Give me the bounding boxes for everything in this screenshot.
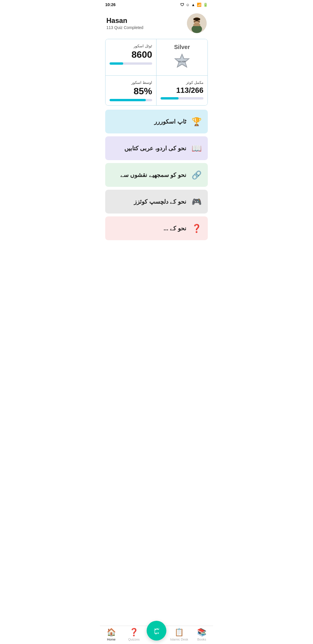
signal-icon: 📶 xyxy=(197,3,201,7)
menu-books-label: نحو کی اردو، عربی کتابیں xyxy=(124,145,186,152)
avg-score-progress-fill xyxy=(110,99,146,101)
avatar xyxy=(187,13,207,33)
avg-score-cell: اوسط اسکور 85% xyxy=(105,76,156,105)
user-name: Hasan xyxy=(106,17,143,25)
badge-label: Silver xyxy=(174,44,190,50)
menu-books[interactable]: نحو کی اردو، عربی کتابیں 📖 xyxy=(105,136,208,160)
quiz-count-progress-bg xyxy=(161,97,203,100)
svg-text:SILVER: SILVER xyxy=(179,61,186,63)
quiz-count-value: 113/266 xyxy=(176,86,203,95)
svg-point-2 xyxy=(192,25,202,33)
menu-diagrams-label: نحو کو سمجھیے نقشوں سے xyxy=(120,171,186,178)
total-score-label: ٹوٹل اسکور xyxy=(134,44,152,48)
menu-quizzes-label: نحو کے دلچسپ کوئزز xyxy=(134,198,186,205)
quiz-completed-subtitle: 113 Quiz Completed xyxy=(106,25,143,30)
total-score-progress-bg xyxy=(110,62,152,65)
question-icon: ❓ xyxy=(190,222,203,234)
status-bar: 10:26 🛡 ☺ ▲ 📶 🔋 xyxy=(100,0,213,9)
status-icons: 🛡 ☺ ▲ 📶 🔋 xyxy=(180,3,208,7)
quiz-count-progress-fill xyxy=(161,97,179,100)
quiz-count-cell: مکمل کوئز 113/266 xyxy=(156,76,208,105)
total-score-cell: ٹوٹل اسکور 8600 xyxy=(105,39,156,76)
network-icon: 🔗 xyxy=(190,169,203,181)
menu-more[interactable]: نحو کے ... ❓ xyxy=(105,216,208,240)
game-icon: 🎮 xyxy=(190,196,203,208)
menu-items-container: ٹاپ اسکوررر 🏆 نحو کی اردو، عربی کتابیں 📖… xyxy=(100,110,213,240)
avg-score-label: اوسط اسکور xyxy=(131,80,152,85)
total-score-value: 8600 xyxy=(132,49,152,60)
battery-icon: 🔋 xyxy=(203,3,208,7)
wifi-icon: ▲ xyxy=(191,3,195,7)
header: Hasan 113 Quiz Completed xyxy=(100,9,213,36)
header-text: Hasan 113 Quiz Completed xyxy=(106,17,143,30)
badge-cell: Silver SILVER xyxy=(156,39,208,76)
menu-top-scorer-label: ٹاپ اسکوررر xyxy=(154,118,186,125)
avg-score-value: 85% xyxy=(134,86,152,97)
face-id-icon: ☺ xyxy=(186,3,190,7)
menu-diagrams[interactable]: نحو کو سمجھیے نقشوں سے 🔗 xyxy=(105,163,208,187)
menu-more-label: نحو کے ... xyxy=(163,225,186,232)
avg-score-progress-bg xyxy=(110,99,152,101)
total-score-progress-fill xyxy=(110,62,123,65)
menu-top-scorer[interactable]: ٹاپ اسکوررر 🏆 xyxy=(105,110,208,133)
menu-quizzes[interactable]: نحو کے دلچسپ کوئزز 🎮 xyxy=(105,190,208,214)
trophy-icon: 🏆 xyxy=(190,115,203,128)
svg-rect-5 xyxy=(193,24,200,26)
silver-badge-icon: SILVER xyxy=(173,53,191,71)
svg-point-4 xyxy=(193,18,200,21)
quiz-count-label: مکمل کوئز xyxy=(186,80,203,85)
shield-icon: 🛡 xyxy=(180,3,184,7)
stats-grid: ٹوٹل اسکور 8600 Silver SILVER اوسط اسکور… xyxy=(105,39,208,106)
status-time: 10:26 xyxy=(105,2,116,7)
book-icon: 📖 xyxy=(190,142,203,154)
